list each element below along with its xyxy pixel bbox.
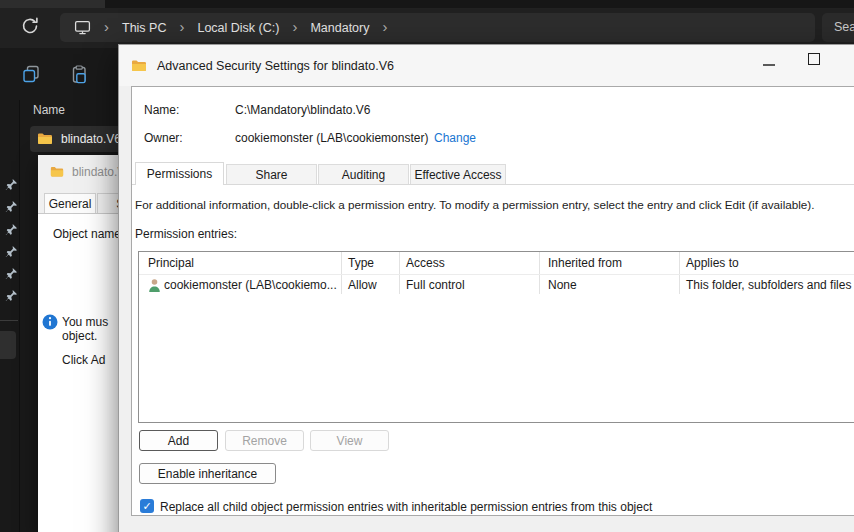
- user-avatar-icon: [148, 278, 161, 297]
- cell-inherited-from: None: [548, 278, 577, 292]
- column-header-principal[interactable]: Principal: [148, 256, 194, 270]
- tab-auditing[interactable]: Auditing: [318, 164, 409, 184]
- chevron-right-icon: ›: [179, 19, 184, 34]
- header-separator: [139, 274, 854, 275]
- nav-section-divider: [0, 320, 18, 321]
- advanced-security-dialog: Advanced Security Settings for blindato.…: [118, 44, 854, 532]
- folder-icon: [50, 165, 64, 179]
- explorer-tab-strip: [0, 0, 854, 8]
- column-header-inherited-from[interactable]: Inherited from: [548, 256, 622, 270]
- cell-principal: cookiemonster (LAB\cookiemo...: [164, 278, 337, 292]
- selected-file-label: blindato.V6: [61, 132, 121, 146]
- cell-applies-to: This folder, subfolders and files: [686, 278, 851, 292]
- pushpin-icon: [5, 177, 18, 190]
- chevron-right-icon: ›: [292, 19, 297, 34]
- add-button[interactable]: Add: [139, 430, 218, 451]
- column-divider: [679, 252, 680, 294]
- nav-pane-divider: [19, 100, 20, 532]
- column-header-type[interactable]: Type: [348, 256, 374, 270]
- nav-selected-item[interactable]: [0, 331, 16, 359]
- folder-icon: [37, 131, 53, 147]
- view-button[interactable]: View: [310, 430, 389, 451]
- dialog-title-bar: Advanced Security Settings for blindato.…: [119, 45, 854, 86]
- column-header-applies-to[interactable]: Applies to: [686, 256, 739, 270]
- name-label: Name:: [144, 103, 179, 117]
- owner-label: Owner:: [144, 131, 183, 145]
- tab-general[interactable]: General: [44, 193, 96, 214]
- owner-value: cookiemonster (LAB\cookiemonster): [235, 131, 428, 145]
- chevron-right-icon: ›: [382, 19, 387, 34]
- tab-share[interactable]: Share: [226, 164, 317, 184]
- explorer-active-tab[interactable]: [0, 0, 105, 8]
- name-value: C:\Mandatory\blindato.V6: [235, 103, 370, 117]
- cell-type: Allow: [348, 278, 377, 292]
- dialog-content-panel: Name: C:\Mandatory\blindato.V6 Owner: co…: [131, 86, 854, 516]
- permission-entries-label: Permission entries:: [135, 227, 237, 241]
- change-owner-link[interactable]: Change: [434, 131, 476, 145]
- breadcrumb-local-disk[interactable]: Local Disk (C:): [197, 21, 279, 35]
- column-divider: [399, 252, 400, 294]
- cell-access: Full control: [406, 278, 465, 292]
- desktop-screenshot: › This PC › Local Disk (C:) › Mandatory …: [0, 0, 854, 532]
- permissions-notice-line3: Click Ad: [62, 353, 105, 367]
- folder-icon: [131, 58, 147, 74]
- search-input[interactable]: Sea: [822, 13, 854, 42]
- permissions-info-text: For additional information, double-click…: [135, 198, 854, 211]
- column-header-access[interactable]: Access: [406, 256, 445, 270]
- column-header-name[interactable]: Name: [33, 103, 65, 117]
- breadcrumb[interactable]: › This PC › Local Disk (C:) › Mandatory …: [60, 13, 815, 42]
- permissions-notice-line2: object.: [62, 329, 97, 343]
- dialog-title: Advanced Security Settings for blindato.…: [157, 59, 394, 73]
- pushpin-icon: [5, 266, 18, 279]
- this-pc-icon: [74, 19, 91, 36]
- pushpin-icon: [5, 244, 18, 257]
- properties-dialog-title: blindato.V: [50, 165, 125, 179]
- pushpin-icon: [5, 222, 18, 235]
- replace-permissions-checkbox[interactable]: ✓: [140, 499, 154, 513]
- replace-permissions-label: Replace all child object permission entr…: [160, 500, 652, 514]
- maximize-button[interactable]: [808, 53, 820, 65]
- enable-inheritance-button[interactable]: Enable inheritance: [139, 463, 276, 484]
- refresh-icon[interactable]: [20, 16, 40, 36]
- column-divider: [539, 252, 540, 294]
- tab-strip-line: [132, 184, 854, 185]
- object-name-label: Object name: [53, 227, 121, 241]
- tab-effective-access[interactable]: Effective Access: [410, 164, 506, 184]
- breadcrumb-this-pc[interactable]: This PC: [122, 21, 166, 35]
- paste-icon[interactable]: [69, 64, 89, 88]
- breadcrumb-mandatory[interactable]: Mandatory: [310, 21, 369, 35]
- info-icon: [42, 314, 58, 333]
- permissions-notice-line1: You mus: [62, 315, 108, 329]
- minimize-button[interactable]: [763, 64, 775, 66]
- copy-icon[interactable]: [21, 64, 41, 88]
- column-divider: [341, 252, 342, 294]
- pushpin-icon: [5, 199, 18, 212]
- chevron-right-icon: ›: [104, 19, 109, 34]
- permission-entries-table: Principal Type Access Inherited from App…: [138, 251, 854, 423]
- pushpin-icon: [5, 288, 18, 301]
- remove-button[interactable]: Remove: [225, 430, 304, 451]
- tab-permissions[interactable]: Permissions: [135, 162, 224, 185]
